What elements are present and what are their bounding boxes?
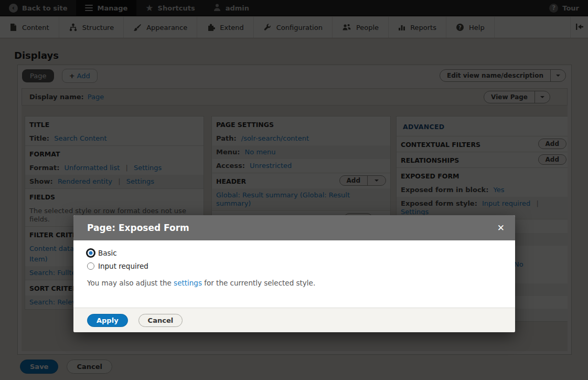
- radio-unselected-icon[interactable]: [87, 262, 94, 270]
- dialog-cancel-button[interactable]: Cancel: [138, 314, 183, 327]
- drupal-views-ui-screen: ‹ Back to site Manage ★ Shortcuts admin …: [0, 0, 588, 380]
- note-text-before: You may also adjust the: [87, 279, 174, 287]
- radio-basic-label: Basic: [98, 249, 117, 257]
- close-icon[interactable]: ✕: [495, 221, 507, 235]
- settings-link[interactable]: settings: [174, 279, 202, 287]
- radio-input-required-label: Input required: [98, 262, 148, 270]
- dialog-title: Page: Exposed Form: [87, 223, 189, 233]
- dialog-note: You may also adjust the settings for the…: [87, 279, 501, 287]
- dialog-header[interactable]: Page: Exposed Form ✕: [73, 215, 515, 240]
- radio-selected-icon[interactable]: [87, 249, 94, 257]
- dialog-body: Basic Input required You may also adjust…: [73, 240, 515, 308]
- note-text-after: for the currently selected style.: [202, 279, 315, 287]
- exposed-form-dialog: Page: Exposed Form ✕ Basic Input require…: [73, 215, 515, 332]
- apply-button[interactable]: Apply: [87, 314, 128, 327]
- radio-option-basic[interactable]: Basic: [87, 249, 501, 257]
- radio-option-input-required[interactable]: Input required: [87, 262, 501, 270]
- dialog-footer: Apply Cancel: [73, 308, 515, 332]
